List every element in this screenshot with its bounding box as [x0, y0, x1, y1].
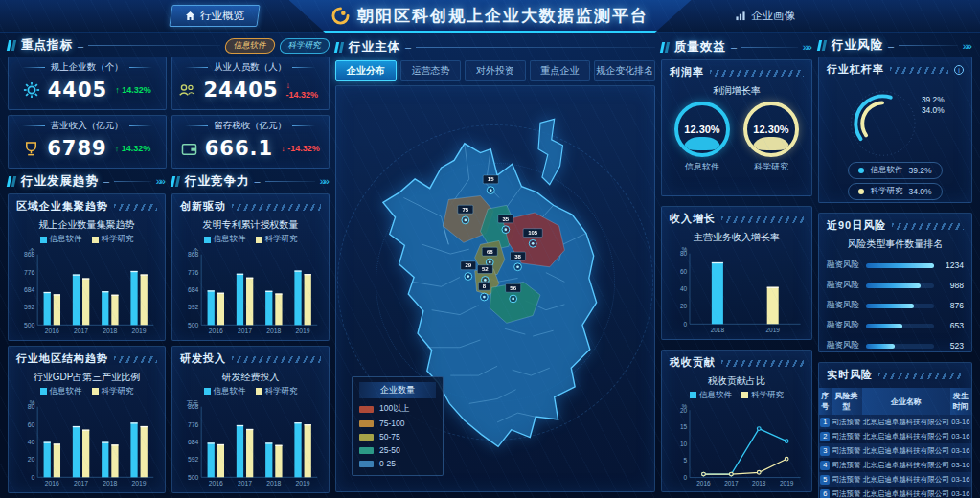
top-header: 行业概览 朝阳区科创规上企业大数据监测平台 企业画像 — [0, 0, 980, 33]
svg-text:%: % — [682, 403, 688, 409]
bar-chart-income: 020406080%20182019 — [662, 244, 811, 339]
chart-title: 税收贡献占比 — [662, 374, 811, 388]
svg-text:56: 56 — [511, 285, 517, 291]
svg-text:2018: 2018 — [266, 328, 281, 334]
tab-outbound-investment[interactable]: 对外投资 — [465, 60, 526, 81]
svg-text:2019: 2019 — [296, 328, 310, 334]
district-northeast-sliver — [538, 120, 562, 185]
section-title: 行业风险 — [832, 37, 883, 54]
table-row[interactable]: 2司法预警北京启迪卓越科技有限公司03-16 — [819, 429, 971, 443]
panel-profit-rate: 利润率 利润增长率 12.30% 信息软件 12.30% 科学研究 — [661, 59, 812, 196]
svg-text:2018: 2018 — [266, 480, 281, 487]
panel-realtime-risk: 实时风险 序号 风险类型 企业名称 发生时间 1司法预警北京启迪卓越科技有限公司… — [818, 362, 972, 498]
kpi-card-tax: 留存税收（亿元） 666.1 ↓ -14.32% — [171, 115, 330, 169]
gauge-label: 信息软件 — [685, 161, 719, 173]
subpanel-title: 创新驱动 — [180, 199, 226, 214]
svg-text:2019: 2019 — [296, 480, 310, 487]
title-banner: 朝阳区科创规上企业大数据监测平台 — [289, 0, 692, 33]
svg-text:29: 29 — [466, 263, 472, 269]
svg-text:40: 40 — [680, 284, 687, 291]
map-legend-title: 企业数量 — [359, 382, 436, 398]
panel-tax-contribution: 税收贡献 税收贡献占比 信息软件 科学研究 05101520%201620172… — [661, 350, 812, 493]
tab-change-ranking[interactable]: 规企变化排名 — [594, 60, 655, 81]
chart-legend: 信息软件 科学研究 — [172, 386, 329, 397]
tab-operation-status[interactable]: 运营态势 — [400, 60, 462, 81]
svg-text:0: 0 — [684, 320, 688, 327]
table-row[interactable]: 3司法预警北京启迪卓越科技有限公司03-16 — [819, 443, 971, 458]
kpi-value: 666.1 — [205, 137, 273, 160]
section-competitiveness: 行业竞争力 – »» — [171, 171, 330, 191]
svg-text:2018: 2018 — [711, 327, 725, 333]
kpi-title: 规上企业数（个） — [14, 61, 160, 74]
svg-text:776: 776 — [24, 269, 35, 276]
nav-right-label: 企业画像 — [751, 9, 795, 23]
nav-enterprise-profile-button[interactable]: 企业画像 — [718, 5, 810, 27]
table-row[interactable]: 1司法预警北京启迪卓越科技有限公司03-16 — [819, 415, 971, 429]
risk90-row: 融资风险1234 — [819, 260, 971, 271]
platform-title: 朝阳区科创规上企业大数据监测平台 — [357, 5, 649, 27]
svg-text:68: 68 — [487, 249, 493, 255]
svg-text:75: 75 — [463, 207, 469, 213]
legend-swatch — [359, 461, 374, 467]
gauge-research: 12.30% — [743, 102, 799, 157]
more-arrow[interactable]: »» — [803, 41, 812, 53]
panel-innovation: 创新驱动 发明专利累计授权数量 信息软件 科学研究 50059268477686… — [171, 193, 330, 341]
chart-title: 发明专利累计授权数量 — [172, 218, 329, 232]
svg-text:2019: 2019 — [766, 327, 781, 333]
wallet-icon — [181, 142, 197, 156]
table-row[interactable]: 4司法预警北京启迪卓越科技有限公司03-16 — [819, 458, 971, 472]
subpanel-title: 研发投入 — [180, 351, 226, 366]
panel-income-growth: 收入增长 主营业务收入增长率 020406080%20182019 — [661, 206, 812, 340]
subpanel-title: 近90日风险 — [827, 218, 886, 233]
svg-text:35: 35 — [503, 216, 510, 222]
more-arrow[interactable]: »» — [320, 175, 330, 187]
svg-text:60: 60 — [28, 420, 35, 427]
table-row[interactable]: 6司法预警北京启迪卓越科技有限公司03-16 — [819, 487, 971, 498]
svg-text:2018: 2018 — [103, 480, 117, 487]
subpanel-title: 行业地区结构趋势 — [16, 351, 108, 366]
bar-chart-rnd: 500592684776868万元2016201720182019 — [172, 397, 329, 492]
svg-text:20: 20 — [680, 303, 687, 309]
chart-title: 利润增长率 — [662, 84, 811, 98]
chart-title: 行业GDP占第三产业比例 — [9, 371, 165, 384]
leverage-legend: 信息软件39.2% 科学研究34.0% — [825, 162, 966, 200]
nav-industry-overview-button[interactable]: 行业概览 — [169, 5, 260, 27]
subpanel-title: 实时风险 — [827, 368, 873, 382]
entity-tabs: 企业分布 运营态势 对外投资 重点企业 规企变化排名 — [335, 60, 655, 81]
svg-text:34.0%: 34.0% — [922, 105, 945, 115]
svg-text:2019: 2019 — [132, 480, 147, 487]
subpanel-title: 收入增长 — [670, 212, 716, 226]
risk90-row: 融资风险523 — [819, 340, 971, 351]
svg-text:592: 592 — [24, 304, 35, 310]
tab-key-enterprises[interactable]: 重点企业 — [530, 60, 591, 81]
profit-gauges: 12.30% 信息软件 12.30% 科学研究 — [662, 98, 811, 175]
bar-chart-gdp: 020406080%2016201720182019 — [9, 397, 165, 492]
svg-text:15: 15 — [680, 423, 688, 430]
gauge-label: 科学研究 — [754, 161, 788, 173]
chart-title: 风险类型事件数量排名 — [819, 238, 971, 251]
svg-text:60: 60 — [680, 267, 687, 274]
legend-swatch — [359, 420, 374, 427]
filter-badge-software[interactable]: 信息软件 — [224, 38, 277, 54]
info-icon[interactable]: i — [954, 65, 964, 75]
svg-text:684: 684 — [24, 286, 35, 293]
kpi-grid: 规上企业数（个） 4405 ↑ 14.32% 从业人员数（人） 24405 ↓ … — [8, 57, 330, 169]
more-arrow[interactable]: »» — [156, 175, 166, 187]
subpanel-title: 利润率 — [670, 65, 704, 79]
nav-left-label: 行业概览 — [200, 9, 244, 23]
svg-text:684: 684 — [188, 439, 199, 445]
kpi-trend: ↑ 14.32% — [115, 85, 151, 95]
bar-chart-icon — [735, 11, 746, 21]
panel-region-structure: 行业地区结构趋势 行业GDP占第三产业比例 信息软件 科学研究 02040608… — [8, 346, 166, 493]
table-row[interactable]: 5司法预警北京启迪卓越科技有限公司03-16 — [819, 472, 971, 487]
filter-badge-research[interactable]: 科学研究 — [279, 38, 331, 54]
column-competitiveness: 行业竞争力 – »» 创新驱动 发明专利累计授权数量 信息软件 科学研究 500… — [171, 170, 330, 493]
kpi-trend: ↓ -14.32% — [286, 80, 323, 100]
more-arrow[interactable]: »» — [963, 40, 972, 52]
svg-text:592: 592 — [188, 304, 199, 310]
tab-enterprise-distribution[interactable]: 企业分布 — [335, 60, 397, 81]
section-quality-benefit: 质量效益 – »» — [661, 37, 812, 57]
section-header-icon — [8, 40, 16, 51]
kpi-card-revenue: 营业收入（亿元） 6789 ↑ 14.32% — [8, 115, 167, 169]
svg-text:684: 684 — [188, 286, 199, 293]
